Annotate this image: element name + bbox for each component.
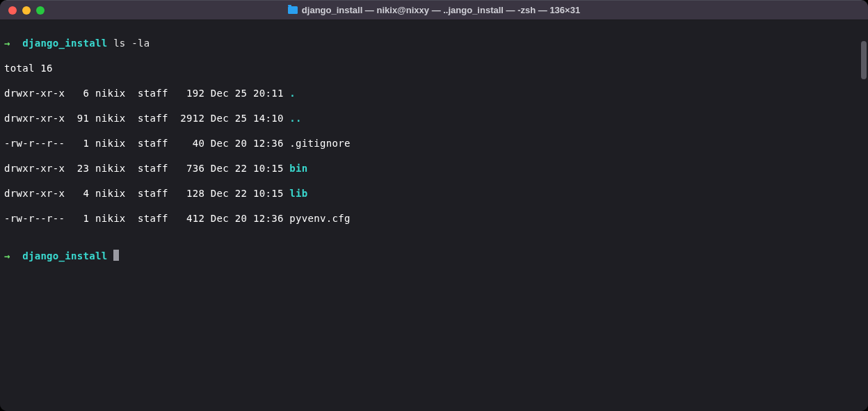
total-line: total 16: [4, 62, 864, 74]
file-row: drwxr-xr-x 23 nikix staff 736 Dec 22 10:…: [4, 162, 864, 175]
links: 1: [71, 138, 89, 149]
owner: nikix: [95, 163, 126, 174]
cursor: [113, 250, 119, 261]
filename: pyvenv.cfg: [289, 213, 350, 224]
group: staff: [138, 113, 168, 124]
links: 6: [71, 88, 89, 99]
owner: nikix: [95, 213, 126, 224]
perm: drwxr-xr-x: [4, 113, 65, 124]
filename: bin: [289, 163, 307, 174]
size: 40: [174, 138, 204, 149]
prompt2-arrow: →: [4, 250, 10, 261]
owner: nikix: [95, 113, 126, 124]
prompt-arrow: →: [4, 38, 10, 49]
file-row: -rw-r--r-- 1 nikix staff 40 Dec 20 12:36…: [4, 137, 864, 150]
size: 128: [174, 188, 204, 199]
file-row: drwxr-xr-x 4 nikix staff 128 Dec 22 10:1…: [4, 187, 864, 200]
filename: .: [289, 88, 296, 99]
date: Dec 20 12:36: [211, 138, 284, 149]
zoom-button[interactable]: [36, 6, 45, 15]
group: staff: [138, 213, 168, 224]
group: staff: [138, 88, 168, 99]
close-button[interactable]: [8, 6, 17, 15]
links: 23: [71, 163, 89, 174]
date: Dec 22 10:15: [211, 188, 284, 199]
titlebar: django_install — nikix@nixxy — ..jango_i…: [0, 1, 868, 20]
group: staff: [138, 188, 168, 199]
minimize-button[interactable]: [22, 6, 31, 15]
size: 412: [174, 213, 204, 224]
traffic-lights: [8, 6, 45, 15]
links: 1: [71, 213, 89, 224]
date: Dec 25 20:11: [211, 88, 284, 99]
window-title-text: django_install — nikix@nixxy — ..jango_i…: [302, 5, 580, 15]
window-title: django_install — nikix@nixxy — ..jango_i…: [288, 5, 580, 15]
perm: -rw-r--r--: [4, 213, 65, 224]
scrollbar[interactable]: [861, 41, 867, 79]
file-row: drwxr-xr-x 6 nikix staff 192 Dec 25 20:1…: [4, 87, 864, 99]
size: 192: [174, 88, 204, 99]
terminal-output[interactable]: → django_install ls -la total 16 drwxr-x…: [0, 20, 868, 411]
perm: drwxr-xr-x: [4, 188, 65, 199]
owner: nikix: [95, 88, 126, 99]
filename: lib: [289, 188, 307, 199]
prompt-command: ls -la: [113, 38, 150, 49]
links: 4: [71, 188, 89, 199]
owner: nikix: [95, 188, 126, 199]
file-row: drwxr-xr-x 91 nikix staff 2912 Dec 25 14…: [4, 112, 864, 124]
filename: ..: [289, 113, 301, 124]
owner: nikix: [95, 138, 126, 149]
folder-icon: [288, 6, 298, 14]
size: 2912: [174, 113, 204, 124]
perm: -rw-r--r--: [4, 138, 65, 149]
prompt2-cwd: django_install: [22, 250, 107, 261]
filename: .gitignore: [289, 138, 350, 149]
date: Dec 25 14:10: [211, 113, 284, 124]
date: Dec 22 10:15: [211, 163, 284, 174]
file-row: -rw-r--r-- 1 nikix staff 412 Dec 20 12:3…: [4, 212, 864, 225]
group: staff: [138, 138, 168, 149]
terminal-window: django_install — nikix@nixxy — ..jango_i…: [0, 0, 868, 411]
date: Dec 20 12:36: [211, 213, 284, 224]
links: 91: [71, 113, 89, 124]
group: staff: [138, 163, 168, 174]
size: 736: [174, 163, 204, 174]
prompt-cwd: django_install: [22, 38, 107, 49]
perm: drwxr-xr-x: [4, 88, 65, 99]
perm: drwxr-xr-x: [4, 163, 65, 174]
